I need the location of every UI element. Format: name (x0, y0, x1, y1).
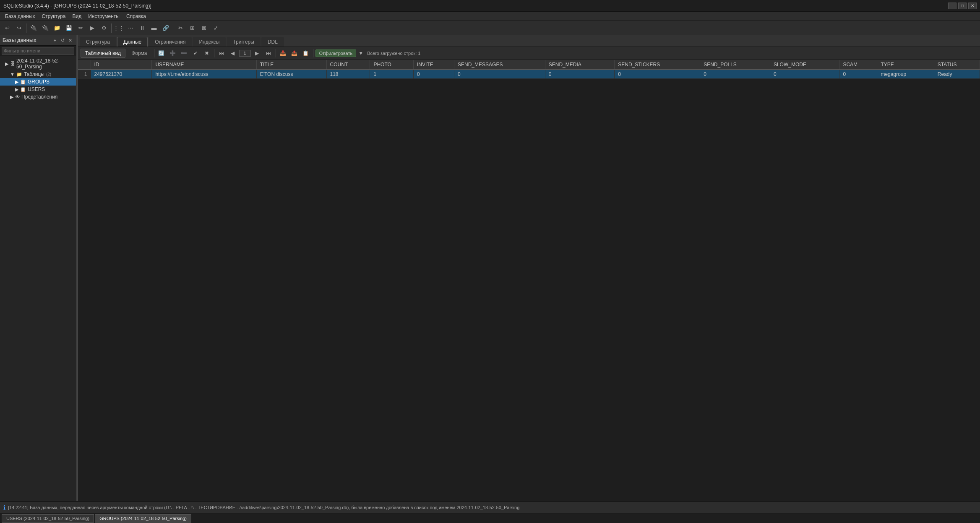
nav-first-btn[interactable]: ⏮ (216, 48, 227, 58)
toolbar-btn-4[interactable]: 🔌 (40, 23, 51, 34)
menu-structure[interactable]: Структура (38, 13, 69, 20)
col-send-polls[interactable]: SEND_POLLS (700, 60, 770, 70)
cell-count[interactable]: 118 (326, 70, 370, 79)
cell-photo[interactable]: 1 (370, 70, 414, 79)
minimize-button[interactable]: — (948, 3, 957, 9)
toolbar-btn-18[interactable]: ⤢ (210, 23, 221, 34)
data-add-btn[interactable]: ➕ (168, 48, 178, 58)
col-id[interactable]: ID (91, 60, 152, 70)
data-import-btn[interactable]: 📥 (278, 48, 288, 58)
cell-send-messages[interactable]: 0 (454, 70, 545, 79)
data-refresh-btn[interactable]: 🔄 (156, 48, 167, 58)
toolbar-btn-10[interactable]: ⋮⋮ (113, 23, 124, 34)
cell-send-polls[interactable]: 0 (700, 70, 770, 79)
data-toolbar-sep-3 (313, 49, 313, 57)
toolbar-btn-2[interactable]: ↪ (13, 23, 24, 34)
toolbar-sep-1 (26, 23, 26, 33)
col-invite[interactable]: INVITE (414, 60, 454, 70)
data-export-btn[interactable]: 📤 (289, 48, 300, 58)
tree-groups-table[interactable]: ▶ 📋 GROUPS (0, 78, 76, 86)
tree-tables-folder[interactable]: ▼ 📁 Таблицы (2) (0, 70, 76, 78)
col-photo[interactable]: PHOTO (370, 60, 414, 70)
view-tab-form[interactable]: Форма (127, 49, 151, 58)
col-send-media[interactable]: SEND_MEDIA (545, 60, 615, 70)
sidebar-refresh-button[interactable]: ↺ (59, 37, 66, 44)
col-type[interactable]: TYPE (877, 60, 934, 70)
filter-button[interactable]: Отфильтровать (315, 49, 357, 57)
col-username[interactable]: USERNAME (152, 60, 256, 70)
cell-type[interactable]: megagroup (877, 70, 934, 79)
col-scam[interactable]: SCAM (839, 60, 877, 70)
col-count[interactable]: COUNT (326, 60, 370, 70)
cell-username[interactable]: https://t.me/etondiscuss (152, 70, 256, 79)
col-slow-mode[interactable]: SLOW_MODE (770, 60, 839, 70)
sidebar-close-button[interactable]: ✕ (67, 37, 73, 44)
maximize-button[interactable]: □ (958, 3, 967, 9)
col-send-stickers[interactable]: SEND_STICKERS (615, 60, 700, 70)
toolbar-btn-17[interactable]: ⊠ (198, 23, 209, 34)
menu-database[interactable]: База данных (2, 13, 38, 20)
toolbar-btn-11[interactable]: ⋯ (125, 23, 136, 34)
bottom-tab-groups[interactable]: GROUPS (2024-11-02_18-52-50_Parsing) (95, 514, 191, 523)
nav-next-btn[interactable]: ▶ (252, 48, 262, 58)
col-status[interactable]: STATUS (934, 60, 980, 70)
tree-database-node[interactable]: ▶ 🗄 2024-11-02_18-52-50_Parsing (0, 57, 76, 70)
users-table-label: USERS (28, 86, 45, 92)
col-send-messages[interactable]: SEND_MESSAGES (454, 60, 545, 70)
col-title[interactable]: TITLE (256, 60, 326, 70)
toolbar-btn-12[interactable]: ⏸ (137, 23, 148, 34)
tree-users-table[interactable]: ▶ 📋 USERS (0, 86, 76, 93)
cell-title[interactable]: E'TON discuss (256, 70, 326, 79)
close-button[interactable]: ✕ (968, 3, 977, 9)
tree-expand-icon: ▼ (10, 72, 15, 77)
menu-tools[interactable]: Инструменты (85, 13, 123, 20)
tab-ddl[interactable]: DDL (261, 37, 284, 47)
nav-prev-btn[interactable]: ◀ (228, 48, 238, 58)
bottom-tab-users[interactable]: USERS (2024-11-02_18-52-50_Parsing) (2, 514, 94, 523)
tab-data[interactable]: Данные (117, 37, 148, 47)
menu-view[interactable]: Вид (69, 13, 85, 20)
cell-send-media[interactable]: 0 (545, 70, 615, 79)
status-bar: ℹ [14:22:41] База данных, переданная чер… (0, 501, 980, 513)
menu-help[interactable]: Справка (123, 13, 149, 20)
sidebar-title: Базы данных (3, 37, 36, 43)
view-tab-table[interactable]: Табличный вид (81, 49, 125, 58)
toolbar-btn-14[interactable]: 🔗 (160, 23, 171, 34)
tab-constraints[interactable]: Ограничения (149, 37, 192, 47)
cell-rownum[interactable]: 1 (78, 70, 91, 79)
tab-structure[interactable]: Структура (80, 37, 116, 47)
toolbar-btn-8[interactable]: ▶ (87, 23, 98, 34)
data-commit-btn[interactable]: ✔ (190, 48, 201, 58)
toolbar-btn-7[interactable]: ✏ (75, 23, 86, 34)
filter-input[interactable] (2, 47, 74, 55)
data-delete-btn[interactable]: ➖ (179, 48, 189, 58)
nav-last-btn[interactable]: ⏭ (263, 48, 274, 58)
cell-status[interactable]: Ready (934, 70, 980, 79)
views-folder-label: Представления (21, 94, 57, 100)
page-input[interactable] (239, 50, 251, 57)
cell-send-stickers[interactable]: 0 (615, 70, 700, 79)
cell-scam[interactable]: 0 (839, 70, 877, 79)
table-row[interactable]: 12497521370https://t.me/etondiscussE'TON… (78, 70, 980, 79)
cell-id[interactable]: 2497521370 (91, 70, 152, 79)
sidebar-add-button[interactable]: + (52, 37, 58, 44)
cell-slow-mode[interactable]: 0 (770, 70, 839, 79)
status-text: [14:22:41] База данных, переданная через… (8, 505, 519, 510)
toolbar-btn-13[interactable]: ▬ (149, 23, 159, 34)
toolbar-btn-1[interactable]: ↩ (2, 23, 13, 34)
tree-views-folder[interactable]: ▶ 👁 Представления (0, 93, 76, 101)
toolbar-btn-15[interactable]: ✂ (175, 23, 186, 34)
toolbar-btn-5[interactable]: 📁 (52, 23, 63, 34)
toolbar-btn-16[interactable]: ⊞ (187, 23, 198, 34)
data-clipboard-btn[interactable]: 📋 (301, 48, 311, 58)
toolbar-btn-9[interactable]: ⚙ (99, 23, 109, 34)
toolbar-btn-6[interactable]: 💾 (63, 23, 74, 34)
table-container[interactable]: ID USERNAME TITLE COUNT PHOTO INVITE SEN… (78, 60, 980, 501)
data-rollback-btn[interactable]: ✖ (202, 48, 212, 58)
toolbar-btn-3[interactable]: 🔌 (28, 23, 39, 34)
tables-folder-label: Таблицы (24, 71, 44, 77)
sidebar-header: Базы данных + ↺ ✕ (0, 35, 76, 46)
tab-indexes[interactable]: Индексы (193, 37, 226, 47)
tab-triggers[interactable]: Триггеры (227, 37, 261, 47)
cell-invite[interactable]: 0 (414, 70, 454, 79)
